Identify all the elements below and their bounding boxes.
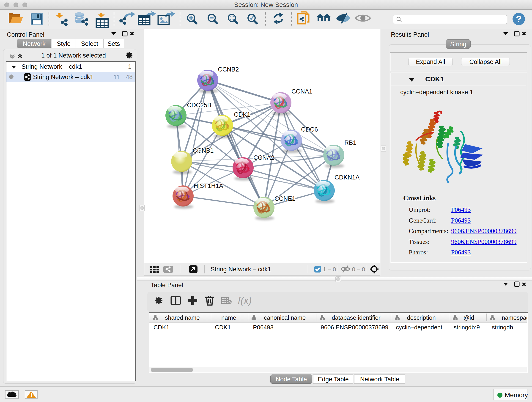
svg-text:1 – 0: 1 – 0 xyxy=(323,266,336,273)
svg-text:name: name xyxy=(221,314,236,321)
svg-text:cyclin–dependent ...: cyclin–dependent ... xyxy=(396,324,449,331)
svg-text:CCNB2: CCNB2 xyxy=(218,66,239,73)
svg-text:f(x): f(x) xyxy=(238,295,252,306)
svg-text:shared name: shared name xyxy=(165,314,200,321)
svg-text:CDK1: CDK1 xyxy=(153,324,169,331)
svg-text:CDC25B: CDC25B xyxy=(187,102,211,109)
svg-text:CDK1: CDK1 xyxy=(234,111,250,118)
svg-text:CCNA2: CCNA2 xyxy=(253,154,274,161)
svg-text:stringdb: stringdb xyxy=(492,324,513,331)
svg-text:CDK1: CDK1 xyxy=(215,324,231,331)
svg-text:CDC6: CDC6 xyxy=(301,126,318,133)
svg-text:CCNA1: CCNA1 xyxy=(291,88,312,95)
svg-text:RB1: RB1 xyxy=(344,139,356,146)
svg-text:@id: @id xyxy=(463,314,474,321)
svg-text:P06493: P06493 xyxy=(253,324,273,331)
svg-text:HIST1H1A: HIST1H1A xyxy=(194,182,223,189)
svg-text:?: ? xyxy=(516,14,521,24)
svg-text:CDKN1A: CDKN1A xyxy=(335,174,360,181)
svg-text:0 – 0: 0 – 0 xyxy=(352,266,365,273)
svg-text:stringdb:9...: stringdb:9... xyxy=(454,324,485,331)
svg-text:description: description xyxy=(407,314,436,321)
svg-text:String Network – cdk1: String Network – cdk1 xyxy=(210,266,271,273)
svg-text:9606.ENSP00000378699: 9606.ENSP00000378699 xyxy=(321,324,388,331)
svg-text:database identifier: database identifier xyxy=(332,314,380,321)
svg-text:1 of 1 Network selected: 1 of 1 Network selected xyxy=(41,52,106,59)
svg-text:namespac: namespac xyxy=(502,314,527,321)
svg-text:canonical name: canonical name xyxy=(264,314,306,321)
svg-text:CCNB1: CCNB1 xyxy=(193,147,214,154)
svg-text:CCNE1: CCNE1 xyxy=(274,195,296,202)
